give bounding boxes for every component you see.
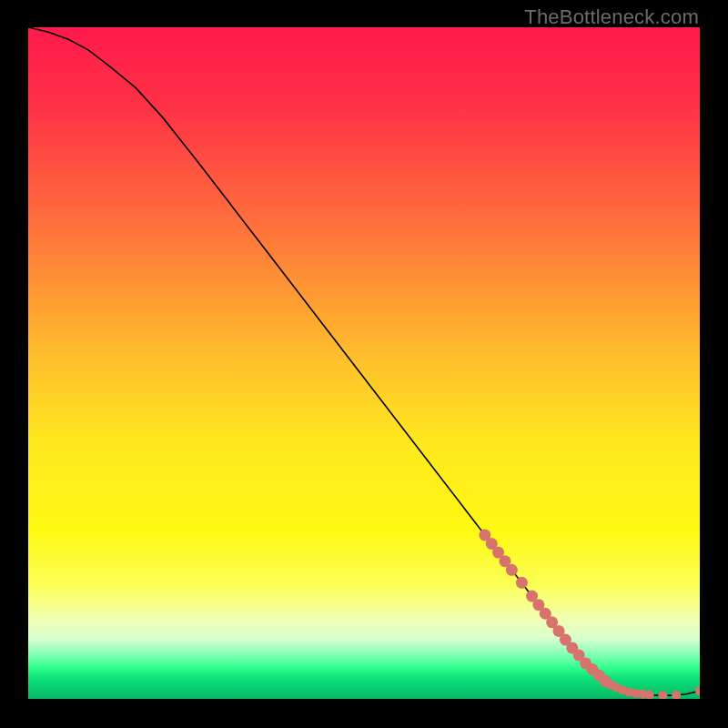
chart-marker-dot — [516, 577, 528, 589]
chart-svg — [28, 27, 700, 699]
chart-plot-area — [28, 27, 700, 699]
chart-background — [28, 27, 700, 699]
chart-stage: TheBottleneck.com — [0, 0, 728, 728]
watermark-text: TheBottleneck.com — [524, 5, 699, 29]
chart-marker-dot — [506, 564, 518, 576]
